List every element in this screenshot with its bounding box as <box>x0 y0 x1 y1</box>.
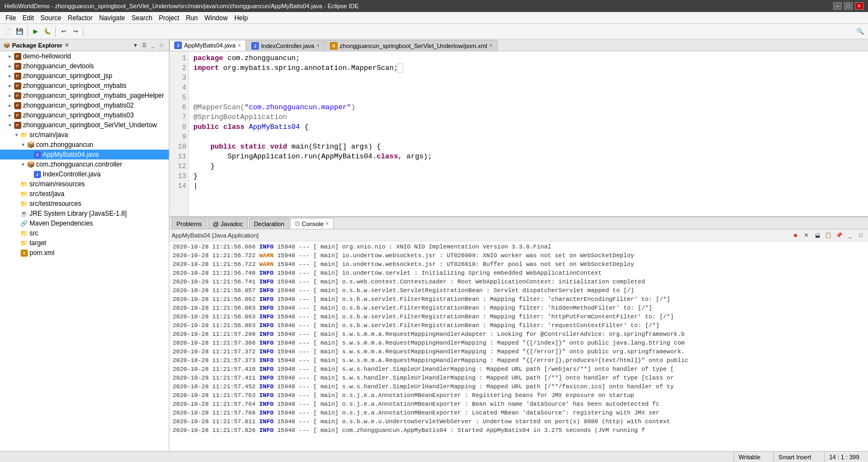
menu-item-window[interactable]: Window <box>201 13 231 23</box>
code-line <box>193 73 864 83</box>
tree-item-9[interactable]: ▾📦com.zhongguancun <box>0 140 169 150</box>
tree-label-11: com.zhongguancun.controller <box>36 161 122 168</box>
console-copy-button[interactable]: 📋 <box>823 231 833 240</box>
tree-item-20[interactable]: Xpom.xml <box>0 248 169 258</box>
bottom-tab-3[interactable]: ⊡Console× <box>290 218 333 229</box>
tree-item-15[interactable]: 📁src/test/resources <box>0 199 169 209</box>
menu-item-source[interactable]: Source <box>37 13 64 23</box>
console-line-11: 2020-10-28 11:21:57.366 INFO 15948 --- [… <box>173 339 865 347</box>
tree-item-13[interactable]: 📁src/main/resources <box>0 179 169 189</box>
menu-bar: FileEditSourceRefactorNavigateSearchProj… <box>0 12 868 24</box>
console-line-17: 2020-10-28 11:21:57.763 INFO 15948 --- [… <box>173 391 865 400</box>
tree-item-2[interactable]: ▸Pzhongguancun_springboot_jsp <box>0 71 169 81</box>
code-content[interactable]: package com.zhongguancun; import org.myb… <box>189 51 868 216</box>
tree-item-12[interactable]: JIndexController.java <box>0 169 169 179</box>
toolbar-separator-3 <box>83 27 84 37</box>
tab-close-0[interactable]: × <box>238 43 241 49</box>
search-button[interactable]: 🔍 <box>855 26 866 37</box>
tree-item-3[interactable]: ▸Pzhongguancun_springboot_mybatis <box>0 81 169 91</box>
pe-max-button[interactable]: □ <box>158 42 166 49</box>
console-line-1: 2020-10-28 11:21:56.722 WARN 15948 --- [… <box>173 251 865 260</box>
menu-item-file[interactable]: File <box>2 13 19 23</box>
minimize-button[interactable]: ─ <box>833 2 842 10</box>
tab-close-2[interactable]: × <box>489 43 493 49</box>
tree-item-8[interactable]: ▾📁src/main/java <box>0 130 169 140</box>
tree-item-18[interactable]: 📁src <box>0 228 169 238</box>
package-explorer: 📦 Package Explorer ✕ ▼ ☰ _ □ ▸Pdemo-hell… <box>0 39 169 451</box>
close-button[interactable]: ✕ <box>855 2 864 10</box>
tree-icon-3: P <box>13 81 22 90</box>
console-minimize-button[interactable]: _ <box>845 231 855 240</box>
bottom-tab-1[interactable]: @ Javadoc <box>208 218 247 229</box>
tree-item-10[interactable]: JAppMyBatis04.java <box>0 150 169 159</box>
main-layout: 📦 Package Explorer ✕ ▼ ☰ _ □ ▸Pdemo-hell… <box>0 39 868 451</box>
menu-item-refactor[interactable]: Refactor <box>64 13 96 23</box>
console-paste-button[interactable]: 📌 <box>834 231 844 240</box>
menu-item-help[interactable]: Help <box>231 13 251 23</box>
tree-icon-0: P <box>13 52 22 61</box>
tree-item-14[interactable]: 📁src/test/java <box>0 189 169 199</box>
tab-close-1[interactable]: × <box>316 43 320 49</box>
tree-item-7[interactable]: ▾Pzhongguancun_springboot_SerVlet_Undert… <box>0 120 169 130</box>
tree-item-0[interactable]: ▸Pdemo-helloworld <box>0 51 169 61</box>
tree-item-17[interactable]: 🔗Maven Dependencies <box>0 218 169 228</box>
tree-item-16[interactable]: ☕JRE System Library [JavaSE-1.8] <box>0 209 169 218</box>
menu-item-search[interactable]: Search <box>128 13 156 23</box>
pe-collapse-button[interactable]: ▼ <box>132 42 139 49</box>
editor-tab-2[interactable]: Xzhongguancun_springboot_SerVlet_Underto… <box>325 40 498 51</box>
undo-button[interactable]: ↩ <box>58 26 69 37</box>
menu-item-project[interactable]: Project <box>156 13 182 23</box>
console-content[interactable]: 2020-10-28 11:21:56.666 INFO 15948 --- [… <box>169 241 868 451</box>
position-status: 14 : 1 : 399 <box>824 452 864 462</box>
tree-label-5: zhongguancun_springboot_mybatis02 <box>23 102 134 109</box>
tree-icon-19: 📁 <box>20 239 28 247</box>
console-line-19: 2020-10-28 11:21:57.768 INFO 15948 --- [… <box>173 408 865 417</box>
tree-label-7: zhongguancun_springboot_SerVlet_Undertow <box>23 121 157 129</box>
code-line: } <box>193 162 864 171</box>
tree-icon-13: 📁 <box>20 180 28 188</box>
pe-min-button[interactable]: _ <box>149 42 157 49</box>
editor-tab-1[interactable]: JIndexController.java× <box>246 40 324 51</box>
bottom-tab-label-0: Problems <box>176 221 202 227</box>
save-button[interactable]: 💾 <box>14 26 25 37</box>
toolbar-separator-1 <box>27 27 28 37</box>
console-line-10: 2020-10-28 11:21:57.298 INFO 15948 --- [… <box>173 330 865 339</box>
tree-item-19[interactable]: 📁target <box>0 238 169 248</box>
bottom-tab-close-3[interactable]: × <box>326 221 329 227</box>
console-clear-button[interactable]: ✕ <box>801 231 811 240</box>
pe-menu-button[interactable]: ☰ <box>140 42 148 49</box>
tree-label-14: src/test/java <box>29 190 64 198</box>
bottom-tab-0[interactable]: Problems <box>172 218 206 229</box>
redo-button[interactable]: ↪ <box>70 26 81 37</box>
tree-item-1[interactable]: ▸Pzhongguancun_devtools <box>0 61 169 71</box>
code-editor[interactable]: 1234567891011121314 package com.zhonggua… <box>169 51 868 216</box>
menu-item-edit[interactable]: Edit <box>19 13 37 23</box>
tree-item-11[interactable]: ▾📦com.zhongguancun.controller <box>0 159 169 169</box>
debug-button[interactable]: 🐛 <box>42 26 53 37</box>
pe-title: Package Explorer <box>12 42 62 49</box>
run-button[interactable]: ▶ <box>30 26 41 37</box>
console-stop-button[interactable]: ■ <box>790 231 800 240</box>
console-maximize-button[interactable]: □ <box>856 231 866 240</box>
title-controls[interactable]: ─ □ ✕ <box>833 2 864 10</box>
console-line-7: 2020-10-28 11:21:56.863 INFO 15948 --- [… <box>173 304 865 312</box>
menu-item-navigate[interactable]: Navigate <box>96 13 128 23</box>
code-line: SpringApplication.run(AppMyBatis04.class… <box>193 152 864 162</box>
console-scroll-lock-button[interactable]: ⬓ <box>812 231 822 240</box>
tree-item-4[interactable]: ▸Pzhongguancun_springboot_mybatis_pageHe… <box>0 91 169 100</box>
maximize-button[interactable]: □ <box>844 2 853 10</box>
bottom-tab-2[interactable]: Declaration <box>249 218 290 229</box>
editor-tab-0[interactable]: JAppMyBatis04.java× <box>169 40 246 51</box>
tree-label-6: zhongguancun_springboot_mybatis03 <box>23 111 134 119</box>
line-num: 5 <box>172 93 186 103</box>
title-bar: HelloWorldDemo - zhongguancun_springboot… <box>0 0 868 12</box>
code-line: import org.mybatis.spring.annotation.Map… <box>193 63 864 73</box>
pe-badge[interactable]: ✕ <box>64 42 69 48</box>
tree-icon-7: P <box>13 121 22 129</box>
tree-item-5[interactable]: ▸Pzhongguancun_springboot_mybatis02 <box>0 100 169 110</box>
tab-label-1: IndexController.java <box>261 43 314 49</box>
new-button[interactable]: 📄 <box>2 26 13 37</box>
menu-item-run[interactable]: Run <box>182 13 201 23</box>
code-line: | <box>193 181 864 191</box>
tree-item-6[interactable]: ▸Pzhongguancun_springboot_mybatis03 <box>0 110 169 120</box>
